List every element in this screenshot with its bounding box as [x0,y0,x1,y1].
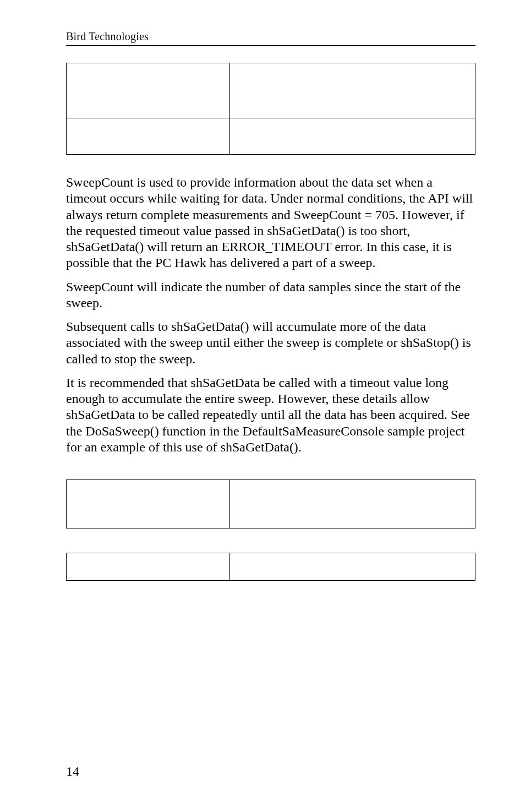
paragraph: It is recommended that shSaGetData be ca… [66,375,475,455]
paragraph: SweepCount will indicate the number of d… [66,279,475,312]
table-cell [67,63,230,118]
table-cell [230,118,475,155]
running-head: Bird Technologies [66,30,475,43]
table-cell [67,553,230,581]
body-text: SweepCount is used to provide informatio… [66,175,475,455]
paragraph: SweepCount is used to provide informatio… [66,175,475,271]
table-cell [230,553,475,581]
table-row [67,480,475,528]
lower-tables [66,479,475,581]
table-row [67,553,475,581]
table-cell [67,118,230,155]
table-cell [230,480,475,528]
table-2b [66,553,475,581]
table-row [67,63,475,118]
table-cell [230,63,475,118]
table-row [67,118,475,155]
page-number: 14 [66,764,79,779]
table-1 [66,63,475,155]
header-rule [66,45,475,46]
paragraph: Subsequent calls to shSaGetData() will a… [66,319,475,367]
table-2a [66,479,475,528]
page: Bird Technologies SweepCount is used to … [0,0,525,812]
table-cell [67,480,230,528]
